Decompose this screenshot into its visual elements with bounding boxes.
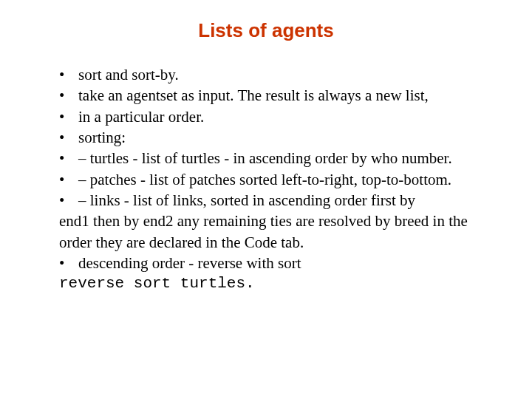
list-item: take an agentset as input. The result is… — [59, 85, 488, 106]
list-item: – links - list of links, sorted in ascen… — [59, 190, 488, 253]
list-item-text: descending order - reverse with sort — [78, 254, 301, 272]
bullet-list: sort and sort-by. take an agentset as in… — [37, 64, 495, 295]
code-text: reverse sort turtles. — [59, 273, 488, 294]
slide-title: Lists of agents — [37, 19, 495, 42]
list-item: sort and sort-by. — [59, 64, 488, 85]
list-item: descending order - reverse with sort rev… — [59, 253, 488, 295]
list-item-continuation: end1 then by end2 any remaining ties are… — [59, 211, 488, 253]
list-item: sorting: — [59, 127, 488, 148]
list-item: – patches - list of patches sorted left-… — [59, 169, 488, 190]
slide: Lists of agents sort and sort-by. take a… — [0, 0, 532, 399]
list-item: in a particular order. — [59, 106, 488, 127]
list-item-text: – links - list of links, sorted in ascen… — [78, 191, 415, 209]
list-item: – turtles - list of turtles - in ascendi… — [59, 148, 488, 168]
